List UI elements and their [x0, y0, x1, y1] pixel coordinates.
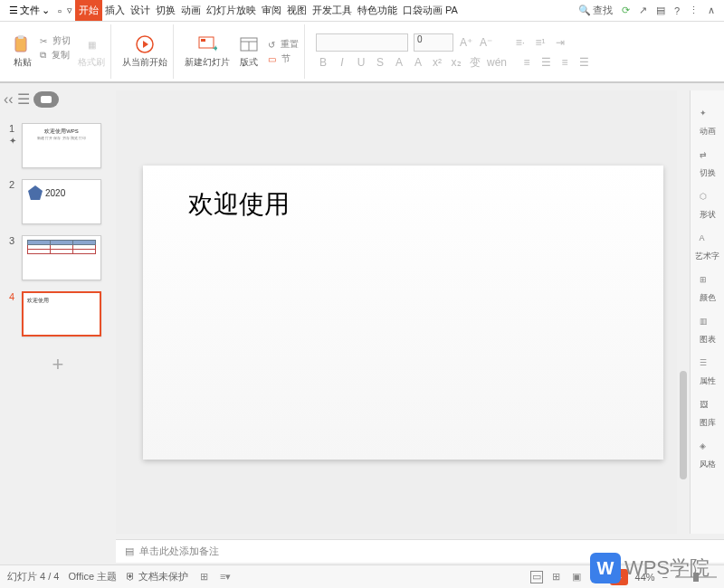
save-icon[interactable]: ▫ [55, 4, 64, 18]
help-icon[interactable]: ? [674, 5, 680, 16]
tab-pocketanim[interactable]: 口袋动画 PA [400, 2, 461, 19]
copy-button[interactable]: ⧉复制 [40, 49, 71, 62]
right-panel-animation[interactable]: ✦动画 [700, 109, 716, 138]
tab-animation[interactable]: 动画 [178, 2, 204, 19]
cut-button[interactable]: ✂剪切 [40, 34, 71, 47]
cloud-sync-icon[interactable]: ⟳ [622, 5, 630, 16]
thumb-text: 2020 [45, 188, 65, 198]
indent-button[interactable]: ⇥ [553, 36, 567, 49]
paste-button[interactable]: 粘贴 [13, 34, 33, 69]
new-slide-button[interactable]: ✦ 新建幻灯片 [185, 34, 230, 69]
format-painter-button[interactable]: ▦ 格式刷 [78, 34, 105, 69]
font-size-select[interactable]: 0 [414, 33, 453, 52]
pinyin-button[interactable]: wén [487, 56, 501, 69]
tab-design[interactable]: 设计 [128, 2, 153, 19]
slide-thumb-1[interactable]: 1 ✦ 欢迎使用WPS 新建 打开 保存 另存 预览 打印 [0, 118, 116, 174]
search-box[interactable]: 🔍 查找 [578, 4, 613, 17]
right-panel-label: 图库 [700, 417, 716, 429]
new-slide-icon: ✦ [197, 34, 217, 54]
vertical-scrollbar[interactable] [677, 90, 690, 534]
right-panel-properties[interactable]: ☰属性 [700, 358, 716, 387]
font-family-select[interactable] [316, 33, 408, 52]
align-justify-button[interactable]: ☰ [576, 56, 591, 69]
right-panel-gallery[interactable]: 🖼图库 [700, 400, 716, 429]
bold-button[interactable]: B [316, 56, 330, 69]
watermark-text: WPS学院 [624, 555, 710, 582]
strike-button[interactable]: S [373, 56, 387, 69]
bullets-button[interactable]: ≡· [513, 36, 528, 49]
canvas-area: 欢迎使用 [116, 90, 690, 534]
slide-canvas[interactable]: 欢迎使用 [143, 166, 663, 460]
slide-thumb-4[interactable]: 4 欢迎使用 [0, 286, 116, 342]
outline-view-icon[interactable]: ☰ [17, 90, 30, 108]
tab-slideshow[interactable]: 幻灯片放映 [204, 2, 259, 19]
more-icon[interactable]: ⋮ [689, 5, 699, 16]
add-slide-button[interactable]: + [0, 342, 116, 387]
calendar-icon[interactable]: ▤ [656, 5, 665, 16]
subscript-button[interactable]: x₂ [449, 56, 463, 69]
scroll-thumb[interactable] [680, 371, 687, 479]
paste-label: 粘贴 [14, 56, 32, 69]
new-slide-label: 新建幻灯片 [185, 56, 230, 69]
status-icon-1[interactable]: ⊞ [197, 571, 210, 583]
section-label: 节 [281, 52, 291, 65]
case-button[interactable]: 变 [468, 55, 482, 71]
scissors-icon: ✂ [40, 36, 47, 46]
slide-thumbnail [22, 235, 101, 280]
paste-icon [13, 34, 33, 54]
tab-review[interactable]: 审阅 [259, 2, 284, 19]
align-left-button[interactable]: ≡ [519, 56, 534, 69]
right-panel-colors[interactable]: ⊞颜色 [700, 275, 716, 304]
tab-start[interactable]: 开始 [75, 0, 102, 21]
thumbnail-view-toggle[interactable] [33, 91, 59, 108]
right-panel-label: 图表 [700, 334, 716, 346]
decrease-font-button[interactable]: A⁻ [479, 36, 493, 49]
align-center-button[interactable]: ☰ [538, 56, 553, 69]
layout-icon [239, 34, 259, 54]
font-color-button[interactable]: A [392, 56, 406, 69]
section-button[interactable]: ▭节 [268, 52, 299, 65]
sorter-view-button[interactable]: ⊞ [550, 571, 563, 583]
right-panel-label: 切换 [700, 167, 716, 179]
right-panel-shape[interactable]: ⬡形状 [700, 192, 716, 221]
highlight-button[interactable]: A [411, 56, 425, 69]
align-right-button[interactable]: ≡ [557, 56, 572, 69]
right-panel-wordart[interactable]: A艺术字 [695, 233, 719, 262]
animation-star-icon: ✦ [9, 136, 16, 146]
protect-status[interactable]: ⛨ 文档未保护 [126, 570, 188, 583]
menu-tabs: 开始 插入 设计 切换 动画 幻灯片放映 审阅 视图 开发工具 特色功能 口袋动… [75, 0, 578, 21]
reading-view-button[interactable]: ▣ [570, 571, 583, 583]
thumb-text: 欢迎使用 [27, 298, 49, 303]
tab-devtools[interactable]: 开发工具 [310, 2, 355, 19]
file-label: 文件 [20, 4, 40, 17]
tab-transition[interactable]: 切换 [153, 2, 178, 19]
right-panel-transition[interactable]: ⇄切换 [700, 150, 716, 179]
underline-button[interactable]: U [354, 56, 368, 69]
right-panel-style[interactable]: ◈风格 [700, 441, 716, 470]
reset-button[interactable]: ↺重置 [268, 38, 299, 51]
increase-font-button[interactable]: A⁺ [459, 36, 473, 49]
slide-thumb-3[interactable]: 3 [0, 230, 116, 286]
tab-view[interactable]: 视图 [284, 2, 310, 19]
superscript-button[interactable]: x² [430, 56, 444, 69]
collapse-icon[interactable]: ∧ [708, 5, 715, 16]
collapse-sidebar-icon[interactable]: ‹‹ [4, 91, 14, 108]
numbering-button[interactable]: ≡¹ [533, 36, 548, 49]
slide-thumb-2[interactable]: 2 2020 [0, 174, 116, 230]
tab-special[interactable]: 特色功能 [355, 2, 400, 19]
tab-insert[interactable]: 插入 [102, 2, 128, 19]
ribbon: 粘贴 ✂剪切 ⧉复制 ▦ 格式刷 从当前开始 ✦ 新建幻灯片 版式 [0, 22, 724, 83]
colors-icon: ⊞ [700, 275, 716, 291]
file-menu[interactable]: ☰ 文件 ⌄ [4, 4, 55, 17]
share-icon[interactable]: ↗ [639, 5, 647, 16]
quick-dropdown[interactable]: ▿ [64, 3, 75, 18]
slide-title-text[interactable]: 欢迎使用 [188, 187, 618, 222]
normal-view-button[interactable]: ▭ [530, 571, 543, 583]
right-panel-chart[interactable]: ▥图表 [700, 317, 716, 346]
italic-button[interactable]: I [335, 56, 349, 69]
layout-button[interactable]: 版式 [239, 34, 259, 69]
status-icon-2[interactable]: ≡▾ [219, 571, 232, 583]
thumb-table-icon [27, 240, 96, 254]
animation-icon: ✦ [700, 109, 716, 125]
play-from-current-button[interactable]: 从当前开始 [122, 34, 167, 69]
